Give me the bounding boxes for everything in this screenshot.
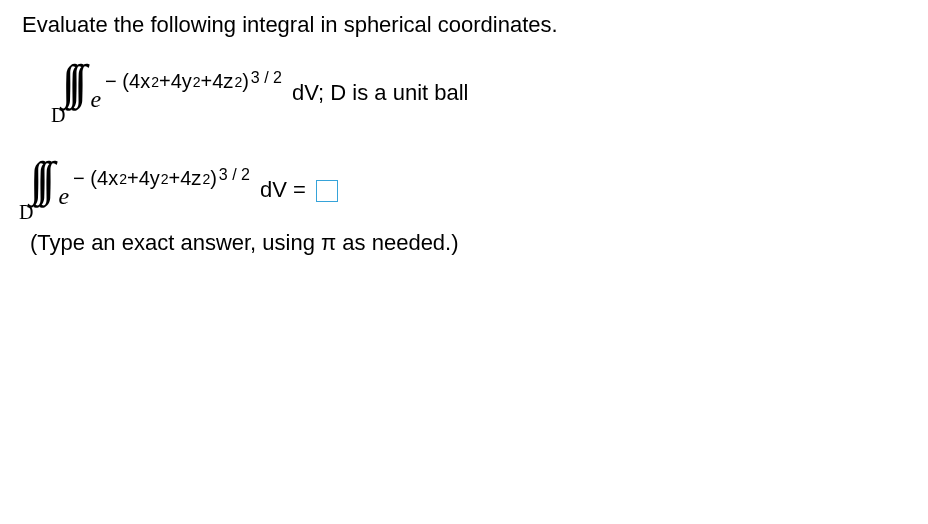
integral-domain-2: D [19,201,33,224]
term3-base: 4z [212,70,233,93]
term1-base-2: 4x [97,167,118,190]
answer-input[interactable] [316,180,338,202]
term2-exp: 2 [193,74,201,90]
domain-description: D is a unit ball [330,80,468,105]
question-prompt: Evaluate the following integral in spher… [22,12,908,38]
integral-signs-2: ∫∫∫ [30,155,48,203]
plus2: + [201,70,213,93]
term3-exp: 2 [234,74,242,90]
triple-integral-symbol: ∫∫∫ D [62,58,80,127]
term2-base: 4y [171,70,192,93]
base-e-2: e [58,183,69,210]
exponent: − ( 4x2 + 4y2 + 4z2 ) 3 / 2 [105,70,282,93]
outer-exponent-2: 3 / 2 [219,166,250,184]
term2-exp-2: 2 [161,171,169,187]
integral-domain: D [51,104,65,127]
rparen: ) [242,70,249,93]
integral-expression-answer: ∫∫∫ D e − ( 4x2 + 4y2 + 4z2 ) 3 / 2 [30,155,908,224]
term1-exp-2: 2 [119,171,127,187]
integrand-2: e − ( 4x2 + 4y2 + 4z2 ) 3 / 2 [58,169,250,210]
answer-hint: (Type an exact answer, using π as needed… [30,230,908,256]
integral-expression-original: ∫∫∫ D e − ( 4x2 + 4y2 + 4z2 ) 3 / 2 [62,58,908,127]
triple-integral-symbol-2: ∫∫∫ D [30,155,48,224]
differential-and-desc: dV; D is a unit ball [292,80,469,106]
lparen-2: ( [90,167,97,190]
equals-sign: = [293,177,312,202]
term3-base-2: 4z [180,167,201,190]
plus1-2: + [127,167,139,190]
exponent-2: − ( 4x2 + 4y2 + 4z2 ) 3 / 2 [73,167,250,190]
minus-sign-2: − [73,167,85,190]
dV-semicolon: dV; [292,80,324,105]
term3-exp-2: 2 [202,171,210,187]
minus-sign: − [105,70,117,93]
outer-exponent: 3 / 2 [251,69,282,87]
term1-exp: 2 [151,74,159,90]
plus1: + [159,70,171,93]
integral-signs: ∫∫∫ [62,58,80,106]
term2-base-2: 4y [139,167,160,190]
dV-label: dV [260,177,287,202]
rparen-2: ) [210,167,217,190]
equals-part: dV = [260,177,338,203]
term1-base: 4x [129,70,150,93]
plus2-2: + [169,167,181,190]
integrand: e − ( 4x2 + 4y2 + 4z2 ) 3 / 2 [90,72,282,113]
base-e: e [90,86,101,113]
lparen: ( [122,70,129,93]
